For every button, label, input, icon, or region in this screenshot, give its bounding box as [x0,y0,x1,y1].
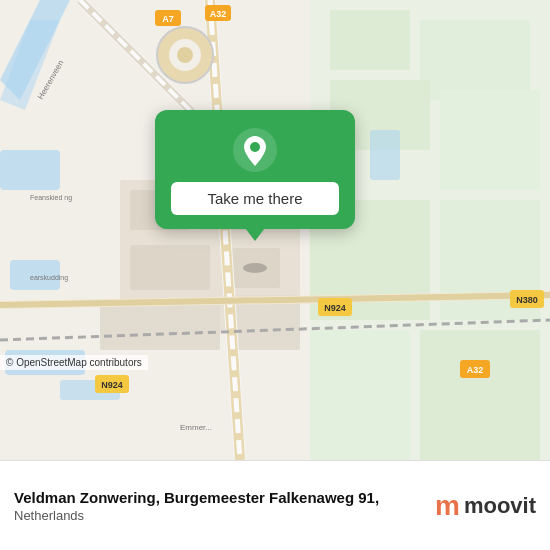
svg-text:N924: N924 [324,303,346,313]
svg-text:A32: A32 [467,365,484,375]
svg-rect-5 [440,90,540,190]
location-country: Netherlands [14,508,425,523]
svg-rect-16 [370,130,400,180]
osm-attribution: © OpenStreetMap contributors [0,355,148,370]
svg-point-54 [250,142,260,152]
moovit-m-icon: m [435,490,460,522]
svg-rect-2 [330,10,410,70]
moovit-wordmark: moovit [464,493,536,519]
svg-text:N924: N924 [101,380,123,390]
svg-rect-20 [130,245,210,290]
location-pin-icon [233,128,277,172]
svg-rect-12 [0,150,60,190]
svg-text:A32: A32 [210,9,227,19]
popup-card: Take me there [155,110,355,229]
svg-text:A7: A7 [162,14,174,24]
location-name: Veldman Zonwering, Burgemeester Falkenaw… [14,488,425,508]
svg-rect-9 [420,330,540,460]
location-info: Veldman Zonwering, Burgemeester Falkenaw… [14,488,425,523]
svg-text:Emmer...: Emmer... [180,423,212,432]
svg-point-52 [243,263,267,273]
svg-text:Feanskied ng: Feanskied ng [30,194,72,202]
svg-point-32 [177,47,193,63]
svg-rect-8 [310,330,410,460]
svg-rect-3 [420,20,530,100]
svg-rect-22 [100,300,220,350]
svg-text:N380: N380 [516,295,538,305]
svg-text:earskudding: earskudding [30,274,68,282]
bottom-bar: Veldman Zonwering, Burgemeester Falkenaw… [0,460,550,550]
moovit-logo: m moovit [435,490,536,522]
map-area[interactable]: A7 A32 N924 N924 A32 N380 Heerenveen Fea… [0,0,550,460]
take-me-there-button[interactable]: Take me there [171,182,339,215]
